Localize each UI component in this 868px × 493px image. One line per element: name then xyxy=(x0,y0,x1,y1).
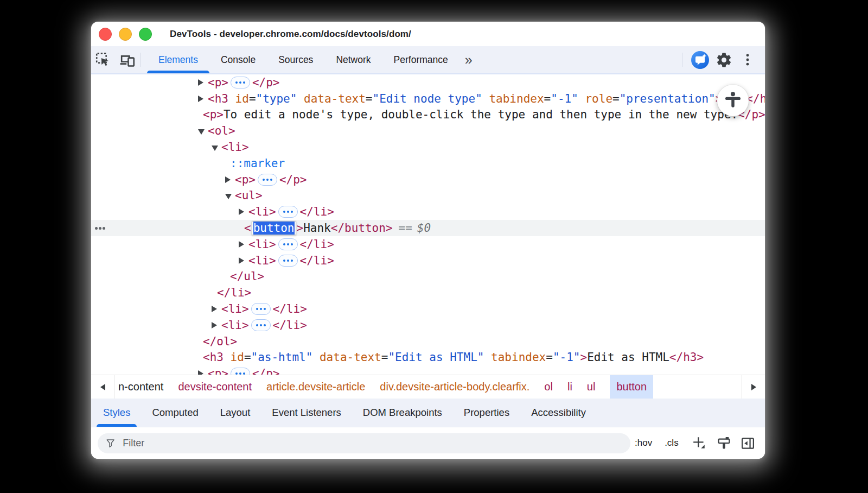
dom-tree-row[interactable]: <li></li> xyxy=(91,301,765,317)
breadcrumb-item-div-devsite-article-body-clearfix-[interactable]: div.devsite-article-body.clearfix. xyxy=(380,375,529,399)
more-options-icon[interactable] xyxy=(736,52,760,67)
expand-arrow-icon[interactable] xyxy=(212,306,221,312)
dom-token: tabindex xyxy=(484,351,546,364)
sidebar-tab-layout[interactable]: Layout xyxy=(209,399,261,427)
collapse-arrow-icon[interactable] xyxy=(225,192,235,199)
dom-token: </li> xyxy=(273,319,307,332)
zoom-button[interactable] xyxy=(139,28,152,41)
breadcrumb-item-devsite-content[interactable]: devsite-content xyxy=(178,375,252,399)
dom-token: role xyxy=(578,92,612,105)
device-toolbar-icon[interactable] xyxy=(115,46,139,73)
collapsed-content-ellipsis[interactable] xyxy=(231,368,250,375)
collapse-arrow-icon[interactable] xyxy=(212,144,221,151)
new-style-rule-icon[interactable] xyxy=(688,436,710,450)
collapsed-content-ellipsis[interactable] xyxy=(278,255,298,267)
dom-token: </ul> xyxy=(230,270,264,283)
filter-input[interactable] xyxy=(122,437,623,450)
sidebar-tab-styles[interactable]: Styles xyxy=(92,399,141,427)
dom-tree-row[interactable]: <li> xyxy=(91,139,765,155)
tab-sources[interactable]: Sources xyxy=(267,46,324,73)
tab-network[interactable]: Network xyxy=(324,46,382,73)
dom-tree-row[interactable]: <li></li> xyxy=(91,204,765,220)
collapsed-content-ellipsis[interactable] xyxy=(251,303,271,315)
dom-tree-row[interactable]: </li> xyxy=(91,285,765,301)
dom-tree-row[interactable]: <li></li> xyxy=(91,236,765,252)
collapsed-content-ellipsis[interactable] xyxy=(258,174,277,186)
dom-tree-row[interactable]: <h3 id="type" data-text="Edit node type"… xyxy=(91,91,765,107)
close-button[interactable] xyxy=(99,28,112,41)
sidebar-tab-event-listeners[interactable]: Event Listeners xyxy=(261,399,352,427)
row-overflow-dots-icon[interactable] xyxy=(95,227,98,230)
dom-token: <li> xyxy=(248,254,276,267)
dom-token: </ol> xyxy=(203,335,237,348)
dom-token: </li> xyxy=(273,302,307,315)
breadcrumb-scroll-right-icon[interactable] xyxy=(742,375,765,399)
dom-token: </li> xyxy=(300,205,334,218)
dom-token: <h3 xyxy=(203,351,224,364)
collapsed-content-ellipsis[interactable] xyxy=(231,77,250,89)
devtools-toolbar: ElementsConsoleSourcesNetworkPerformance… xyxy=(91,46,765,74)
dom-tree-row[interactable]: <h3 id="as-html" data-text="Edit as HTML… xyxy=(91,350,765,366)
dom-token: </p> xyxy=(252,76,280,89)
toggle-sidebar-icon[interactable] xyxy=(737,436,759,451)
sidebar-tab-accessibility[interactable]: Accessibility xyxy=(520,399,597,427)
toggle-element-state-button[interactable]: :hov xyxy=(630,438,656,448)
tab-elements[interactable]: Elements xyxy=(147,46,209,73)
breadcrumb-item-article-devsite-article[interactable]: article.devsite-article xyxy=(266,375,365,399)
dom-tree-row[interactable]: <p></p> xyxy=(91,172,765,188)
window-title: DevTools - developer.chrome.com/docs/dev… xyxy=(170,29,411,40)
expand-arrow-icon[interactable] xyxy=(239,257,248,264)
styles-sidebar-tabs: StylesComputedLayoutEvent ListenersDOM B… xyxy=(91,399,765,427)
element-classes-button[interactable]: .cls xyxy=(660,438,683,448)
dom-tree-row[interactable]: </ol> xyxy=(91,333,765,350)
tab-console[interactable]: Console xyxy=(209,46,267,73)
inspect-icon[interactable] xyxy=(91,46,115,73)
dom-tree-row[interactable]: ::marker xyxy=(91,155,765,172)
expand-arrow-icon[interactable] xyxy=(225,176,235,183)
expand-arrow-icon[interactable] xyxy=(239,241,248,248)
dom-tree-row[interactable]: </ul> xyxy=(91,269,765,285)
dom-tree-row[interactable]: <p>To edit a node's type, double-click t… xyxy=(91,107,765,123)
expand-arrow-icon[interactable] xyxy=(198,79,208,86)
traffic-lights xyxy=(99,28,152,41)
collapsed-content-ellipsis[interactable] xyxy=(278,238,298,250)
breadcrumb-scroll-left-icon[interactable] xyxy=(91,375,114,399)
sidebar-tab-computed[interactable]: Computed xyxy=(141,399,209,427)
expand-arrow-icon[interactable] xyxy=(212,322,221,328)
dom-token: <li> xyxy=(248,238,276,251)
breadcrumb-item-n-content[interactable]: n-content xyxy=(118,375,163,399)
dom-token: </li> xyxy=(217,286,251,299)
minimize-button[interactable] xyxy=(119,28,132,41)
dom-tree-row[interactable]: <ol> xyxy=(91,123,765,139)
breadcrumb-item-button[interactable]: button xyxy=(610,375,653,399)
breadcrumb: n-contentdevsite-contentarticle.devsite-… xyxy=(114,375,742,399)
expand-arrow-icon[interactable] xyxy=(239,208,248,215)
rendering-brush-icon[interactable] xyxy=(713,436,735,451)
dom-tree-row[interactable]: <ul> xyxy=(91,188,765,204)
dom-token: <li> xyxy=(221,141,249,154)
more-panels-chevron-icon[interactable]: » xyxy=(459,46,477,73)
collapsed-content-ellipsis[interactable] xyxy=(278,206,298,218)
collapse-arrow-icon[interactable] xyxy=(198,128,208,135)
tag-name-edit-box[interactable]: button xyxy=(252,221,296,235)
breadcrumb-bar: n-contentdevsite-contentarticle.devsite-… xyxy=(91,375,765,399)
breadcrumb-item-ol[interactable]: ol xyxy=(544,375,553,399)
dom-tree-row-selected[interactable]: <button>Hank</button>==$0 xyxy=(91,220,765,236)
breadcrumb-item-ul[interactable]: ul xyxy=(587,375,596,399)
dom-token: > xyxy=(297,222,304,235)
dom-token: == xyxy=(399,222,412,235)
tab-performance[interactable]: Performance xyxy=(382,46,459,73)
sidebar-tab-properties[interactable]: Properties xyxy=(453,399,520,427)
collapsed-content-ellipsis[interactable] xyxy=(251,319,271,331)
expand-arrow-icon[interactable] xyxy=(198,370,208,375)
settings-gear-icon[interactable] xyxy=(712,52,736,68)
breadcrumb-item-li[interactable]: li xyxy=(567,375,572,399)
expand-arrow-icon[interactable] xyxy=(198,96,208,102)
dom-tree-row[interactable]: <li></li> xyxy=(91,317,765,333)
ai-assistant-icon[interactable] xyxy=(688,50,712,69)
dom-tree-row[interactable]: <p></p> xyxy=(91,365,765,375)
dom-token: </h3> xyxy=(669,351,704,364)
dom-tree-row[interactable]: <li></li> xyxy=(91,252,765,269)
dom-tree-row[interactable]: <p></p> xyxy=(91,74,765,91)
sidebar-tab-dom-breakpoints[interactable]: DOM Breakpoints xyxy=(352,399,453,427)
